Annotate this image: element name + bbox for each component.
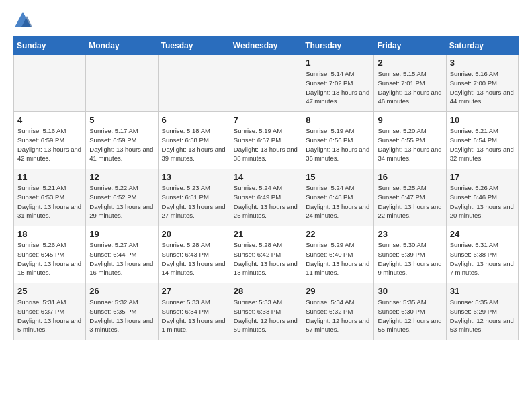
day-number: 13 [162, 172, 226, 182]
day-info: Sunrise: 5:29 AM Sunset: 6:40 PM Dayligh… [306, 240, 370, 277]
day-info: Sunrise: 5:16 AM Sunset: 7:00 PM Dayligh… [450, 69, 515, 106]
calendar-cell [230, 55, 302, 112]
day-info: Sunrise: 5:19 AM Sunset: 6:56 PM Dayligh… [306, 126, 370, 163]
calendar-cell: 15Sunrise: 5:24 AM Sunset: 6:48 PM Dayli… [302, 169, 374, 226]
day-number: 1 [306, 58, 370, 68]
calendar-body: 1Sunrise: 5:14 AM Sunset: 7:02 PM Daylig… [14, 55, 519, 340]
day-info: Sunrise: 5:20 AM Sunset: 6:55 PM Dayligh… [378, 126, 442, 163]
calendar-cell: 29Sunrise: 5:34 AM Sunset: 6:32 PM Dayli… [302, 283, 374, 340]
calendar-cell: 6Sunrise: 5:18 AM Sunset: 6:58 PM Daylig… [158, 112, 230, 169]
day-info: Sunrise: 5:35 AM Sunset: 6:29 PM Dayligh… [450, 298, 515, 334]
week-row-2: 4Sunrise: 5:16 AM Sunset: 6:59 PM Daylig… [14, 112, 519, 169]
day-number: 7 [234, 115, 298, 125]
calendar-cell: 10Sunrise: 5:21 AM Sunset: 6:54 PM Dayli… [446, 112, 518, 169]
calendar-cell: 5Sunrise: 5:17 AM Sunset: 6:59 PM Daylig… [86, 112, 158, 169]
day-info: Sunrise: 5:35 AM Sunset: 6:30 PM Dayligh… [378, 298, 442, 334]
column-header-tuesday: Tuesday [158, 37, 230, 55]
calendar-cell: 17Sunrise: 5:26 AM Sunset: 6:46 PM Dayli… [446, 169, 518, 226]
day-number: 30 [378, 286, 442, 296]
calendar-cell: 11Sunrise: 5:21 AM Sunset: 6:53 PM Dayli… [14, 169, 86, 226]
day-number: 31 [450, 286, 515, 296]
day-info: Sunrise: 5:17 AM Sunset: 6:59 PM Dayligh… [89, 126, 154, 163]
calendar-cell: 22Sunrise: 5:29 AM Sunset: 6:40 PM Dayli… [302, 226, 374, 283]
calendar-table: SundayMondayTuesdayWednesdayThursdayFrid… [13, 36, 519, 340]
day-info: Sunrise: 5:16 AM Sunset: 6:59 PM Dayligh… [17, 126, 82, 163]
logo [13, 11, 35, 30]
day-info: Sunrise: 5:14 AM Sunset: 7:02 PM Dayligh… [306, 69, 370, 106]
day-number: 6 [162, 115, 226, 125]
day-number: 4 [17, 115, 82, 125]
calendar-cell: 1Sunrise: 5:14 AM Sunset: 7:02 PM Daylig… [302, 55, 374, 112]
calendar-cell [14, 55, 86, 112]
calendar-cell: 2Sunrise: 5:15 AM Sunset: 7:01 PM Daylig… [374, 55, 446, 112]
day-info: Sunrise: 5:30 AM Sunset: 6:39 PM Dayligh… [378, 240, 442, 277]
day-info: Sunrise: 5:24 AM Sunset: 6:48 PM Dayligh… [306, 183, 370, 220]
calendar-cell: 26Sunrise: 5:32 AM Sunset: 6:35 PM Dayli… [86, 283, 158, 340]
day-info: Sunrise: 5:26 AM Sunset: 6:46 PM Dayligh… [450, 183, 515, 220]
calendar-cell: 14Sunrise: 5:24 AM Sunset: 6:49 PM Dayli… [230, 169, 302, 226]
day-number: 20 [162, 229, 226, 239]
day-info: Sunrise: 5:33 AM Sunset: 6:34 PM Dayligh… [162, 298, 226, 334]
day-number: 14 [234, 172, 298, 182]
day-info: Sunrise: 5:33 AM Sunset: 6:33 PM Dayligh… [234, 298, 298, 334]
calendar-cell: 16Sunrise: 5:25 AM Sunset: 6:47 PM Dayli… [374, 169, 446, 226]
day-info: Sunrise: 5:21 AM Sunset: 6:53 PM Dayligh… [17, 183, 82, 220]
day-info: Sunrise: 5:32 AM Sunset: 6:35 PM Dayligh… [89, 298, 154, 334]
week-row-3: 11Sunrise: 5:21 AM Sunset: 6:53 PM Dayli… [14, 169, 519, 226]
day-info: Sunrise: 5:23 AM Sunset: 6:51 PM Dayligh… [162, 183, 226, 220]
day-info: Sunrise: 5:15 AM Sunset: 7:01 PM Dayligh… [378, 69, 442, 106]
day-number: 18 [17, 229, 82, 239]
column-header-saturday: Saturday [446, 37, 518, 55]
day-number: 19 [89, 229, 154, 239]
column-header-thursday: Thursday [302, 37, 374, 55]
calendar-cell: 24Sunrise: 5:31 AM Sunset: 6:38 PM Dayli… [446, 226, 518, 283]
day-number: 2 [378, 58, 442, 68]
calendar-cell: 4Sunrise: 5:16 AM Sunset: 6:59 PM Daylig… [14, 112, 86, 169]
column-header-monday: Monday [86, 37, 158, 55]
calendar-cell: 7Sunrise: 5:19 AM Sunset: 6:57 PM Daylig… [230, 112, 302, 169]
calendar-cell: 21Sunrise: 5:28 AM Sunset: 6:42 PM Dayli… [230, 226, 302, 283]
day-number: 8 [306, 115, 370, 125]
calendar-cell: 28Sunrise: 5:33 AM Sunset: 6:33 PM Dayli… [230, 283, 302, 340]
calendar-header: SundayMondayTuesdayWednesdayThursdayFrid… [14, 37, 519, 55]
calendar-cell: 23Sunrise: 5:30 AM Sunset: 6:39 PM Dayli… [374, 226, 446, 283]
day-number: 21 [234, 229, 298, 239]
day-info: Sunrise: 5:22 AM Sunset: 6:52 PM Dayligh… [89, 183, 154, 220]
day-number: 12 [89, 172, 154, 182]
week-row-5: 25Sunrise: 5:31 AM Sunset: 6:37 PM Dayli… [14, 283, 519, 340]
day-info: Sunrise: 5:28 AM Sunset: 6:43 PM Dayligh… [162, 240, 226, 277]
day-number: 26 [89, 286, 154, 296]
header [13, 11, 519, 30]
calendar-cell: 31Sunrise: 5:35 AM Sunset: 6:29 PM Dayli… [446, 283, 518, 340]
day-number: 29 [306, 286, 370, 296]
day-number: 3 [450, 58, 515, 68]
calendar-cell [158, 55, 230, 112]
day-number: 9 [378, 115, 442, 125]
column-header-wednesday: Wednesday [230, 37, 302, 55]
day-info: Sunrise: 5:19 AM Sunset: 6:57 PM Dayligh… [234, 126, 298, 163]
day-info: Sunrise: 5:21 AM Sunset: 6:54 PM Dayligh… [450, 126, 515, 163]
day-number: 25 [17, 286, 82, 296]
calendar-cell: 9Sunrise: 5:20 AM Sunset: 6:55 PM Daylig… [374, 112, 446, 169]
column-header-friday: Friday [374, 37, 446, 55]
logo-icon [13, 11, 32, 30]
day-info: Sunrise: 5:31 AM Sunset: 6:38 PM Dayligh… [450, 240, 515, 277]
day-number: 10 [450, 115, 515, 125]
calendar-cell: 27Sunrise: 5:33 AM Sunset: 6:34 PM Dayli… [158, 283, 230, 340]
calendar-cell: 18Sunrise: 5:26 AM Sunset: 6:45 PM Dayli… [14, 226, 86, 283]
day-number: 11 [17, 172, 82, 182]
day-info: Sunrise: 5:25 AM Sunset: 6:47 PM Dayligh… [378, 183, 442, 220]
day-info: Sunrise: 5:34 AM Sunset: 6:32 PM Dayligh… [306, 298, 370, 334]
day-info: Sunrise: 5:26 AM Sunset: 6:45 PM Dayligh… [17, 240, 82, 277]
calendar-cell: 19Sunrise: 5:27 AM Sunset: 6:44 PM Dayli… [86, 226, 158, 283]
column-header-sunday: Sunday [14, 37, 86, 55]
day-number: 22 [306, 229, 370, 239]
calendar-cell: 12Sunrise: 5:22 AM Sunset: 6:52 PM Dayli… [86, 169, 158, 226]
calendar-cell: 20Sunrise: 5:28 AM Sunset: 6:43 PM Dayli… [158, 226, 230, 283]
day-number: 28 [234, 286, 298, 296]
calendar-cell: 3Sunrise: 5:16 AM Sunset: 7:00 PM Daylig… [446, 55, 518, 112]
header-row: SundayMondayTuesdayWednesdayThursdayFrid… [14, 37, 519, 55]
day-info: Sunrise: 5:31 AM Sunset: 6:37 PM Dayligh… [17, 298, 82, 334]
day-number: 16 [378, 172, 442, 182]
day-number: 27 [162, 286, 226, 296]
